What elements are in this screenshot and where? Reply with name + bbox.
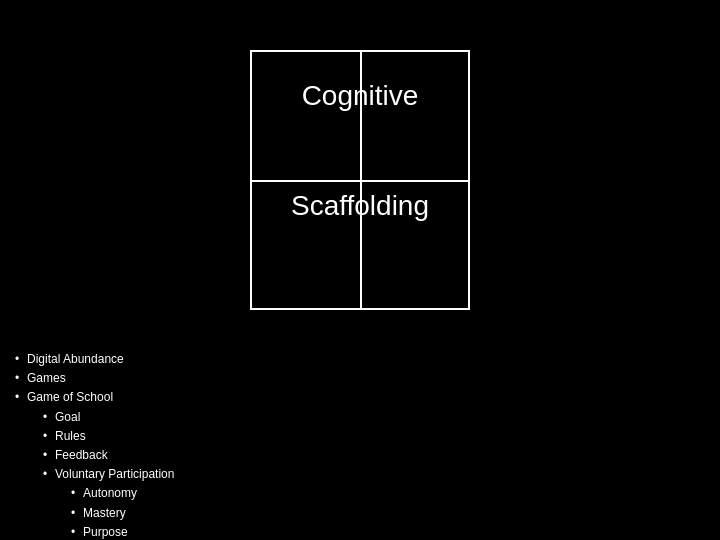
list-item: Voluntary Participation Autonomy Mastery… [43, 465, 174, 540]
list-item: Autonomy [71, 484, 174, 503]
center-box: Cognitive Scaffolding [250, 50, 470, 310]
list-item: Game of School Goal Rules Feedback Volun… [15, 388, 174, 540]
list-item: Rules [43, 427, 174, 446]
scaffolding-title: Scaffolding [252, 190, 468, 222]
bullet-list: Digital Abundance Games Game of School G… [15, 350, 174, 540]
list-item: Games [15, 369, 174, 388]
cognitive-title: Cognitive [252, 80, 468, 112]
list-item: Digital Abundance [15, 350, 174, 369]
list-item: Goal [43, 408, 174, 427]
list-item: Mastery [71, 504, 174, 523]
list-item: Purpose [71, 523, 174, 540]
list-item: Feedback [43, 446, 174, 465]
h-divider [252, 180, 468, 182]
page-container: Cognitive Scaffolding Digital Abundance … [0, 0, 720, 540]
